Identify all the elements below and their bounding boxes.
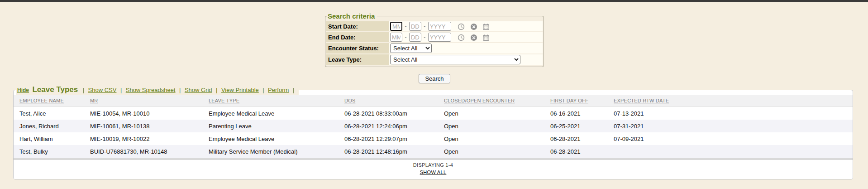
cell-mr: MIE-10054, MR-10010 [84,107,203,120]
search-button[interactable]: Search [419,74,450,83]
table-row[interactable]: Jones, Richard MIE-10061, MR-10138 Paren… [14,120,853,132]
col-employee-name: EMPLOYEE NAME [14,95,84,107]
clock-icon[interactable] [458,23,465,30]
cell-encounter-status: Open [438,132,544,145]
cell-mr: MIE-10019, MR-10022 [84,132,203,145]
top-border-bar [0,0,868,2]
search-button-row: Search [325,74,544,83]
cell-first-day-off: 06-28-2021 [544,132,608,145]
sort-dos[interactable]: DOS [344,98,355,103]
col-dos: DOS [339,95,438,107]
hide-link[interactable]: Hide [17,87,29,93]
clear-icon[interactable] [470,23,477,30]
cell-dos: 06-28-2021 08:33:00am [339,107,438,120]
start-date-icon-group [458,22,493,30]
start-date-day-input[interactable] [409,22,421,31]
date-separator: - [424,34,425,40]
leave-type-cell: Select All [389,54,543,65]
date-separator: - [405,23,406,29]
leave-types-panel: Hide Leave Types | Show CSV | Show Sprea… [13,85,853,179]
sort-employee-name[interactable]: EMPLOYEE NAME [19,98,64,103]
show-csv-link[interactable]: Show CSV [88,87,117,93]
sort-closed-open-encounter[interactable]: CLOSED/OPEN ENCOUNTER [444,98,515,103]
encounter-status-label: Encounter Status: [326,43,389,53]
leave-types-toolbar: Hide Leave Types | Show CSV | Show Sprea… [16,85,299,95]
toolbar-separator: | [262,87,264,93]
cell-leave-type: Employee Medical Leave [203,107,339,120]
cell-expected-rtw-date: 07-13-2021 [608,107,853,120]
show-grid-link[interactable]: Show Grid [185,87,212,93]
end-date-year-input[interactable] [428,33,451,42]
sort-first-day-off[interactable]: FIRST DAY OFF [550,98,588,103]
end-date-row: End Date: - - [326,32,543,42]
start-date-month-input[interactable] [390,22,402,31]
displaying-count: DISPLAYING 1-4 [14,162,853,168]
leave-type-row: Leave Type: Select All [326,54,543,65]
table-footer: DISPLAYING 1-4 SHOW ALL [14,160,853,179]
leave-types-table: EMPLOYEE NAME MR LEAVE TYPE DOS CLOSED/O… [14,95,853,158]
cell-leave-type: Parenting Leave [203,120,339,132]
leave-type-label: Leave Type: [326,54,389,65]
col-expected-rtw-date: EXPECTED RTW DATE [608,95,853,107]
toolbar-separator: | [216,87,217,93]
start-date-row: Start Date: - - [326,21,543,31]
sort-expected-rtw-date[interactable]: EXPECTED RTW DATE [614,98,669,103]
panel-title: Leave Types [32,85,78,94]
cell-dos: 06-28-2021 12:48:16pm [339,145,438,158]
col-first-day-off: FIRST DAY OFF [544,95,608,107]
encounter-status-row: Encounter Status: Select All [326,43,543,53]
cell-first-day-off: 06-28-2021 [544,145,608,158]
toolbar-separator: | [179,87,181,93]
start-date-label: Start Date: [326,21,389,31]
cell-encounter-status: Open [438,120,544,132]
leave-type-select[interactable]: Select All [390,55,520,64]
search-criteria-area: Search criteria Start Date: - - [325,12,544,67]
table-header-row: EMPLOYEE NAME MR LEAVE TYPE DOS CLOSED/O… [14,95,853,107]
sort-mr[interactable]: MR [90,98,98,103]
cell-employee-name: Hart, William [14,132,84,145]
start-date-year-input[interactable] [428,22,451,31]
col-mr: MR [84,95,203,107]
end-date-inputs: - - [389,32,543,42]
col-leave-type: LEAVE TYPE [203,95,339,107]
cell-encounter-status: Open [438,107,544,120]
cell-leave-type: Employee Medical Leave [203,132,339,145]
table-row[interactable]: Hart, William MIE-10019, MR-10022 Employ… [14,132,853,145]
encounter-status-cell: Select All [389,43,543,53]
calendar-icon[interactable] [482,23,490,30]
cell-first-day-off: 06-16-2021 [544,107,608,120]
cell-dos: 06-28-2021 12:24:06pm [339,120,438,132]
search-criteria-form: Start Date: - - [326,20,543,66]
col-closed-open-encounter: CLOSED/OPEN ENCOUNTER [438,95,544,107]
cell-expected-rtw-date: 07-09-2021 [608,132,853,145]
clock-icon[interactable] [458,34,465,41]
cell-mr: MIE-10061, MR-10138 [84,120,203,132]
cell-dos: 06-28-2021 12:29:07pm [339,132,438,145]
table-row[interactable]: Test, Bulky BUID-U76881730, MR-10148 Mil… [14,145,853,158]
end-date-month-input[interactable] [390,33,402,42]
cell-leave-type: Military Service Member (Medical) [203,145,339,158]
table-row[interactable]: Test, Alice MIE-10054, MR-10010 Employee… [14,107,853,120]
date-separator: - [405,34,406,40]
cell-employee-name: Test, Alice [14,107,84,120]
sort-leave-type[interactable]: LEAVE TYPE [209,98,239,103]
toolbar-separator: | [83,87,84,93]
cell-mr: BUID-U76881730, MR-10148 [84,145,203,158]
cell-expected-rtw-date: 07-31-2021 [608,120,853,132]
show-all-link[interactable]: SHOW ALL [420,170,447,175]
date-separator: - [424,23,425,29]
end-date-label: End Date: [326,32,389,42]
show-spreadsheet-link[interactable]: Show Spreadsheet [126,87,176,93]
clear-icon[interactable] [470,34,477,41]
end-date-day-input[interactable] [409,33,421,42]
calendar-icon[interactable] [482,34,490,41]
encounter-status-select[interactable]: Select All [390,44,432,53]
search-criteria-legend: Search criteria [327,12,377,20]
toolbar-separator: | [120,87,122,93]
view-printable-link[interactable]: View Printable [221,87,259,93]
perform-link[interactable]: Perform [268,87,289,93]
cell-employee-name: Test, Bulky [14,145,84,158]
search-criteria-panel: Search criteria Start Date: - - [325,12,544,67]
start-date-inputs: - - [389,21,543,31]
cell-employee-name: Jones, Richard [14,120,84,132]
